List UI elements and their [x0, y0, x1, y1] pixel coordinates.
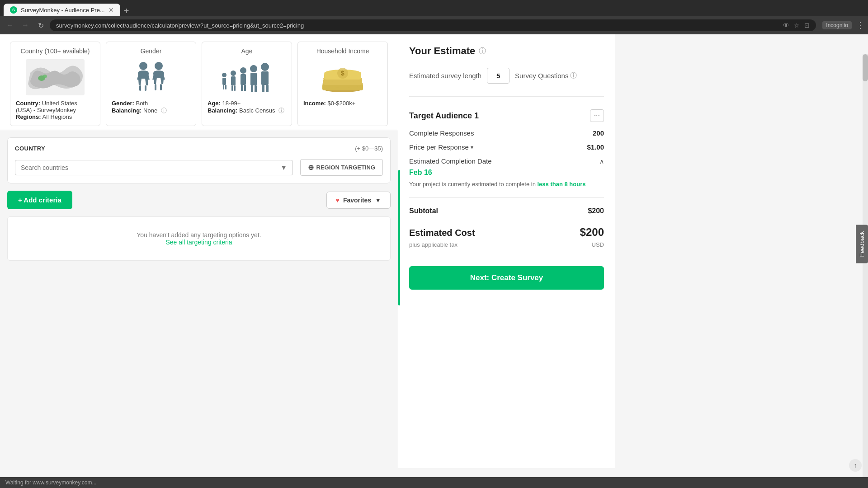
income-card[interactable]: Household Income: [297, 42, 388, 126]
income-card-info: Income: $0-$200k+: [303, 100, 382, 107]
section-title: COUNTRY: [15, 145, 45, 152]
gender-card[interactable]: Gender: [106, 42, 196, 126]
completion-date-label: Estimated Completion Date: [409, 157, 492, 165]
question-count-box[interactable]: 5: [487, 68, 509, 84]
region-btn-label: REGION TARGETING: [316, 164, 375, 171]
forward-button[interactable]: →: [19, 19, 32, 32]
star-icon[interactable]: ☆: [794, 22, 800, 29]
address-icons: 👁 ☆ ⊡: [783, 22, 810, 29]
search-input-wrapper[interactable]: ▼: [15, 160, 293, 175]
svg-rect-7: [139, 85, 141, 91]
address-bar[interactable]: surveymonkey.com/collect/audience/calcul…: [50, 19, 816, 31]
feedback-tab[interactable]: Feedback: [856, 225, 868, 263]
estimate-help-icon[interactable]: ⓘ: [479, 47, 486, 56]
tab-close-button[interactable]: ✕: [108, 6, 114, 14]
svg-rect-16: [234, 85, 236, 91]
region-targeting-button[interactable]: ⊕ REGION TARGETING: [300, 159, 383, 176]
svg-rect-10: [222, 78, 226, 85]
right-panel: Your Estimate ⓘ Estimated survey length …: [398, 34, 615, 468]
estimated-cost-label: Estimated Cost: [409, 228, 475, 238]
completion-time: less than 8 hours: [538, 181, 586, 188]
svg-point-21: [250, 65, 257, 72]
age-card-info: Age: 18-99+ Balancing: Basic Census ⓘ: [208, 100, 286, 115]
gender-card-icon: [112, 59, 190, 95]
scroll-up-button[interactable]: ↑: [849, 459, 862, 468]
svg-point-4: [155, 62, 163, 70]
svg-rect-5: [155, 84, 156, 90]
ppr-chevron-icon[interactable]: ▾: [471, 144, 473, 150]
svg-point-9: [222, 73, 226, 77]
scrollbar-thumb[interactable]: [863, 54, 868, 81]
regions-value: All Regions: [42, 113, 72, 120]
subtotal-value: $200: [588, 207, 604, 215]
favorites-button[interactable]: ♥ Favorites ▼: [326, 192, 391, 209]
audience-menu-button[interactable]: ···: [590, 109, 604, 122]
income-value: $0-$200k+: [327, 100, 355, 107]
back-button[interactable]: ←: [4, 19, 16, 32]
cost-row: Estimated Cost $200: [409, 226, 604, 239]
add-criteria-button[interactable]: + Add criteria: [7, 191, 72, 209]
age-card[interactable]: Age: [202, 42, 292, 126]
svg-rect-26: [261, 71, 269, 85]
new-tab-button[interactable]: +: [120, 6, 133, 16]
completion-header: Estimated Completion Date ∧: [409, 157, 604, 165]
gender-balancing-label: Balancing:: [112, 107, 142, 114]
incognito-badge: Incognito: [822, 21, 852, 29]
complete-responses-label: Complete Responses: [409, 129, 474, 137]
main-content: Country (100+ available) Country: United…: [0, 34, 398, 468]
svg-rect-27: [262, 85, 264, 92]
tab-title: SurveyMonkey - Audience Pre...: [21, 7, 105, 14]
svg-rect-12: [225, 85, 226, 89]
create-survey-label: Next: Create Survey: [470, 273, 543, 282]
completion-desc: Your project is currently estimated to c…: [409, 180, 604, 188]
audience-header: Target Audience 1 ···: [409, 109, 604, 122]
gender-value: Both: [136, 100, 148, 107]
empty-state-message: You haven't added any targeting options …: [22, 231, 376, 239]
create-survey-button[interactable]: Next: Create Survey: [409, 266, 604, 290]
age-balancing-label: Balancing:: [208, 107, 237, 114]
gender-card-info: Gender: Both Balancing: None ⓘ: [112, 100, 190, 115]
age-value: 18-99+: [222, 100, 241, 107]
active-tab[interactable]: S SurveyMonkey - Audience Pre... ✕: [4, 4, 120, 16]
survey-length-row: Estimated survey length 5 Survey Questio…: [409, 68, 604, 97]
svg-rect-23: [251, 85, 253, 92]
country-label: Country:: [16, 100, 40, 107]
income-label: Income:: [303, 100, 326, 107]
survey-length-label: Estimated survey length: [409, 72, 481, 80]
age-card-title: Age: [208, 47, 286, 55]
svg-point-17: [240, 67, 246, 74]
country-section: COUNTRY (+ $0—$5) ▼ ⊕ REGION TARGETING: [7, 137, 391, 183]
svg-text:$: $: [341, 70, 344, 77]
heart-icon: ♥: [336, 197, 340, 204]
gender-label: Gender:: [112, 100, 134, 107]
age-label: Age:: [208, 100, 221, 107]
svg-rect-22: [250, 73, 257, 85]
audience-section: Target Audience 1 ··· Complete Responses…: [409, 109, 604, 215]
country-card[interactable]: Country (100+ available) Country: United…: [10, 42, 100, 126]
regions-label: Regions:: [16, 113, 41, 120]
completion-section: Estimated Completion Date ∧ Feb 16 Your …: [409, 157, 604, 198]
svg-rect-20: [244, 85, 246, 91]
income-card-icon: $: [303, 59, 382, 95]
completion-date-value: Feb 16: [409, 169, 604, 177]
feedback-tab-container: Feedback: [856, 225, 868, 263]
svg-rect-8: [145, 85, 146, 91]
estimate-title: Your Estimate: [409, 45, 475, 57]
tab-favicon: S: [10, 6, 17, 14]
refresh-button[interactable]: ↻: [34, 19, 47, 32]
actions-row: + Add criteria ♥ Favorites ▼: [7, 191, 391, 209]
browser-menu-button[interactable]: ⋮: [856, 20, 864, 30]
svg-point-2: [42, 75, 47, 78]
survey-questions-help-icon[interactable]: ⓘ: [570, 71, 577, 80]
see-all-criteria-link[interactable]: See all targeting criteria: [165, 239, 232, 246]
ppr-label: Price per Response ▾: [409, 143, 473, 151]
subtotal-row: Subtotal $200: [409, 207, 604, 215]
split-icon[interactable]: ⊡: [804, 22, 810, 29]
gender-card-title: Gender: [112, 47, 190, 55]
svg-rect-14: [231, 76, 236, 85]
svg-rect-19: [241, 85, 243, 91]
age-help-icon: ⓘ: [278, 107, 284, 114]
currency-label: USD: [592, 241, 604, 248]
completion-chevron-icon[interactable]: ∧: [599, 158, 604, 165]
search-countries-input[interactable]: [21, 164, 281, 171]
